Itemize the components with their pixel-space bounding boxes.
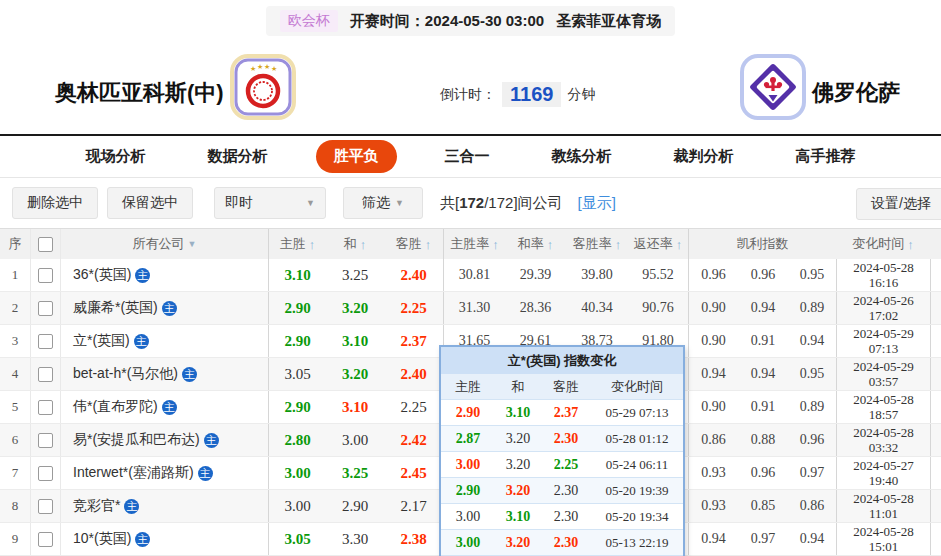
row-index: 2 bbox=[0, 292, 30, 324]
company-name[interactable]: 立*(英国)主 bbox=[60, 325, 268, 357]
settings-select-button[interactable]: 设置/选择 bbox=[856, 188, 941, 220]
table-header-row: 序所有公司▼主胜↑和↑客胜↑主胜率↑和率↑客胜率↑返还率↑凯利指数变化时间↑ bbox=[0, 229, 941, 259]
odds-cell: 2.42 bbox=[384, 424, 443, 456]
odds-cell: 3.20 bbox=[326, 358, 384, 390]
row-checkbox[interactable] bbox=[30, 358, 60, 390]
popup-odds-cell: 3.10 bbox=[495, 504, 541, 529]
row-index: 6 bbox=[0, 424, 30, 456]
company-count-value: 172 bbox=[459, 194, 484, 211]
sort-up-icon: ↑ bbox=[425, 237, 432, 252]
popup-row: 2.903.102.3705-29 07:13 bbox=[441, 399, 683, 425]
odds-cell: 3.00 bbox=[268, 457, 326, 489]
match-info-bar: 欧会杯 开赛时间：2024-05-30 03:00 圣索菲亚体育场 bbox=[0, 0, 941, 46]
row-checkbox[interactable] bbox=[30, 259, 60, 291]
company-name[interactable]: 易*(安提瓜和巴布达)主 bbox=[60, 424, 268, 456]
clipped-column bbox=[930, 490, 941, 522]
odds-cell: 3.10 bbox=[268, 259, 326, 291]
delete-selected-button[interactable]: 删除选中 bbox=[12, 187, 98, 219]
teams-header: 奥林匹亚科斯(中) ★ ★ ★ ★ 倒计时： 1169 分钟 bbox=[0, 46, 941, 134]
kelly-cell: 0.93 bbox=[688, 490, 738, 522]
rate-cell: 39.80 bbox=[566, 259, 628, 291]
keep-selected-button[interactable]: 保留选中 bbox=[107, 187, 193, 219]
change-time-cell: 2024-05-2811:01 bbox=[836, 490, 930, 522]
instant-dropdown[interactable]: 即时 ▼ bbox=[214, 187, 326, 219]
column-header[interactable]: 和率↑ bbox=[505, 229, 566, 259]
popup-odds-cell: 2.30 bbox=[541, 504, 591, 529]
column-header[interactable]: 主胜↑ bbox=[268, 229, 326, 259]
checkbox-icon bbox=[38, 301, 53, 316]
column-header[interactable]: 客胜↑ bbox=[384, 229, 443, 259]
change-time-cell: 2024-05-2816:16 bbox=[836, 259, 930, 291]
company-name[interactable]: 威廉希*(英国)主 bbox=[60, 292, 268, 324]
tab-2[interactable]: 数据分析 bbox=[194, 140, 282, 173]
kelly-cell: 0.90 bbox=[688, 325, 738, 357]
company-name[interactable]: 10*(英国)主 bbox=[60, 523, 268, 555]
change-time-cell: 2024-05-2903:57 bbox=[836, 358, 930, 390]
chevron-down-icon: ▼ bbox=[188, 239, 197, 249]
company-count-text: 共[172/172]间公司 bbox=[440, 194, 563, 213]
odds-cell: 3.25 bbox=[326, 457, 384, 489]
popup-column-header: 主胜 bbox=[441, 374, 495, 399]
popup-row: 2.903.202.3005-20 19:39 bbox=[441, 477, 683, 503]
kelly-cell: 0.86 bbox=[788, 490, 836, 522]
row-checkbox[interactable] bbox=[30, 325, 60, 357]
popup-time-cell: 05-29 07:13 bbox=[591, 400, 683, 425]
row-index: 8 bbox=[0, 490, 30, 522]
select-all-checkbox[interactable] bbox=[30, 229, 60, 259]
kelly-cell: 0.88 bbox=[738, 424, 788, 456]
row-checkbox[interactable] bbox=[30, 391, 60, 423]
rate-cell: 90.76 bbox=[628, 292, 688, 324]
company-name[interactable]: Interwet*(塞浦路斯)主 bbox=[60, 457, 268, 489]
tab-3[interactable]: 胜平负 bbox=[316, 140, 397, 173]
company-name[interactable]: 伟*(直布罗陀)主 bbox=[60, 391, 268, 423]
popup-time-cell: 05-28 01:12 bbox=[591, 426, 683, 451]
tab-5[interactable]: 教练分析 bbox=[538, 140, 626, 173]
tab-1[interactable]: 现场分析 bbox=[72, 140, 160, 173]
tab-6[interactable]: 裁判分析 bbox=[660, 140, 748, 173]
checkbox-icon bbox=[38, 433, 53, 448]
rate-cell: 31.30 bbox=[443, 292, 505, 324]
row-index: 1 bbox=[0, 259, 30, 291]
column-header[interactable]: 和↑ bbox=[326, 229, 384, 259]
sort-up-icon: ↑ bbox=[360, 237, 367, 252]
kelly-cell: 0.90 bbox=[688, 292, 738, 324]
row-checkbox[interactable] bbox=[30, 292, 60, 324]
company-name[interactable]: 竞彩官*主 bbox=[60, 490, 268, 522]
tab-4[interactable]: 三合一 bbox=[431, 140, 504, 173]
column-header[interactable]: 返还率↑ bbox=[628, 229, 688, 259]
company-name[interactable]: 36*(英国)主 bbox=[60, 259, 268, 291]
tab-7[interactable]: 高手推荐 bbox=[782, 140, 870, 173]
odds-cell: 2.80 bbox=[268, 424, 326, 456]
popup-title: 立*(英国) 指数变化 bbox=[441, 347, 683, 374]
column-header[interactable]: 主胜率↑ bbox=[443, 229, 505, 259]
main-company-icon: 主 bbox=[162, 400, 177, 415]
row-index: 7 bbox=[0, 457, 30, 489]
main-company-icon: 主 bbox=[198, 466, 213, 481]
popup-odds-cell: 2.30 bbox=[541, 426, 591, 451]
row-checkbox[interactable] bbox=[30, 424, 60, 456]
row-checkbox[interactable] bbox=[30, 490, 60, 522]
popup-row: 3.003.202.3005-13 22:19 bbox=[441, 529, 683, 555]
row-checkbox[interactable] bbox=[30, 457, 60, 489]
column-header[interactable]: 凯利指数 bbox=[688, 229, 836, 259]
kelly-cell: 0.97 bbox=[788, 457, 836, 489]
popup-header-row: 主胜和客胜变化时间 bbox=[441, 374, 683, 399]
svg-text:★: ★ bbox=[257, 63, 263, 70]
odds-cell: 2.40 bbox=[384, 259, 443, 291]
popup-odds-cell: 2.25 bbox=[541, 452, 591, 477]
column-header[interactable]: 序 bbox=[0, 229, 30, 259]
home-team-logo olympiacos-crest-icon: ★ ★ ★ ★ bbox=[230, 54, 296, 120]
kelly-cell: 0.89 bbox=[788, 391, 836, 423]
row-index: 5 bbox=[0, 391, 30, 423]
column-header[interactable]: 变化时间↑ bbox=[836, 229, 930, 259]
column-header[interactable]: 客胜率↑ bbox=[566, 229, 628, 259]
show-link[interactable]: [显示] bbox=[578, 194, 616, 213]
column-header[interactable]: 所有公司▼ bbox=[60, 229, 268, 259]
row-checkbox[interactable] bbox=[30, 523, 60, 555]
match-pill: 欧会杯 开赛时间：2024-05-30 03:00 圣索菲亚体育场 bbox=[266, 6, 675, 36]
filter-dropdown[interactable]: 筛选 ▼ bbox=[343, 187, 423, 219]
table-row: 2威廉希*(英国)主2.903.202.2531.3028.3640.3490.… bbox=[0, 292, 941, 325]
row-index: 3 bbox=[0, 325, 30, 357]
company-name[interactable]: bet-at-h*(马尔他)主 bbox=[60, 358, 268, 390]
change-time-cell: 2024-05-2617:02 bbox=[836, 292, 930, 324]
